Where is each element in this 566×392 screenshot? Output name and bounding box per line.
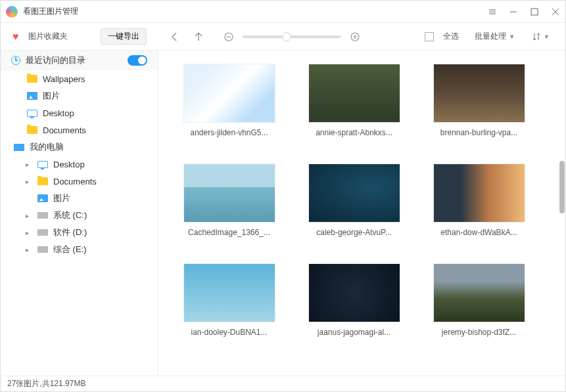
folder-icon <box>27 75 37 83</box>
drive-icon <box>37 229 48 236</box>
sidebar-item-desktop2[interactable]: ▸Desktop <box>1 156 158 173</box>
select-all-checkbox[interactable] <box>425 32 434 41</box>
thumbnail-grid: anders-jilden-vhnG5... annie-spratt-Abnk… <box>158 51 565 376</box>
zoom-handle[interactable] <box>282 32 291 41</box>
back-button[interactable] <box>166 28 183 45</box>
zoom-slider[interactable] <box>243 35 341 38</box>
thumbnail-item[interactable]: anders-jilden-vhnG5... <box>178 64 280 137</box>
expand-icon[interactable]: ▸ <box>26 246 32 253</box>
thumbnail-image <box>308 163 400 223</box>
sidebar-item-drive-e[interactable]: ▸综合 (E:) <box>1 241 158 258</box>
thumbnail-image <box>433 64 525 123</box>
heart-icon: ♥ <box>12 31 19 43</box>
folder-icon <box>37 177 48 185</box>
thumbnail-item[interactable]: annie-spratt-Abnkxs... <box>303 64 405 137</box>
thumbnail-label: jaanus-jagomagi-al... <box>318 328 390 337</box>
scrollbar[interactable] <box>559 161 565 213</box>
thumbnail-label: ethan-dow-dWaBkA... <box>440 228 517 237</box>
thumbnail-item[interactable]: ian-dooley-DuBNA1... <box>178 263 280 337</box>
sidebar: 最近访问的目录 Wallpapers 图片 Desktop Documents … <box>1 51 158 376</box>
computer-section[interactable]: 我的电脑 <box>1 139 158 156</box>
monitor-icon <box>27 110 37 117</box>
picture-icon <box>27 92 37 100</box>
favorites-label[interactable]: 图片收藏夹 <box>28 31 68 42</box>
titlebar: 看图王图片管理 <box>1 1 565 23</box>
thumbnail-label: ian-dooley-DuBNA1... <box>191 328 267 337</box>
thumbnail-item[interactable]: ethan-dow-dWaBkA... <box>428 163 530 237</box>
export-button[interactable]: 一键导出 <box>101 28 147 45</box>
sidebar-item-drive-d[interactable]: ▸软件 (D:) <box>1 224 158 241</box>
picture-icon <box>37 194 48 202</box>
monitor-icon <box>37 161 48 168</box>
clock-icon <box>11 56 20 65</box>
minimize-button[interactable] <box>509 7 518 16</box>
thumbnail-image <box>183 64 275 123</box>
thumbnail-item[interactable]: jeremy-bishop-d3fZ... <box>428 263 530 337</box>
sidebar-item-pictures2[interactable]: ▸图片 <box>1 190 158 207</box>
sidebar-item-documents2[interactable]: ▸Documents <box>1 173 158 190</box>
thumbnail-item[interactable]: brennan-burling-vpa... <box>428 64 530 137</box>
thumbnail-label: jeremy-bishop-d3fZ... <box>442 328 516 337</box>
expand-icon[interactable]: ▸ <box>26 212 32 219</box>
sidebar-item-pictures[interactable]: 图片 <box>1 87 158 104</box>
sidebar-item-desktop[interactable]: Desktop <box>1 104 158 121</box>
thumbnail-image <box>433 263 525 322</box>
close-button[interactable] <box>551 7 560 16</box>
thumbnail-image <box>308 64 400 123</box>
drive-icon <box>37 246 48 253</box>
computer-icon <box>14 144 24 151</box>
sidebar-item-wallpapers[interactable]: Wallpapers <box>1 70 158 87</box>
thumbnail-item[interactable]: jaanus-jagomagi-al... <box>303 263 405 337</box>
thumbnail-label: annie-spratt-Abnkxs... <box>316 128 392 137</box>
window-title: 看图王图片管理 <box>23 6 488 17</box>
thumbnail-label: CachedImage_1366_... <box>188 228 270 237</box>
zoom-out-button[interactable] <box>220 28 237 45</box>
expand-icon[interactable]: ▸ <box>26 161 32 168</box>
sidebar-item-drive-c[interactable]: ▸系统 (C:) <box>1 207 158 224</box>
app-icon <box>6 6 18 18</box>
thumbnail-item[interactable]: caleb-george-AtvuP... <box>303 163 405 237</box>
thumbnail-label: anders-jilden-vhnG5... <box>190 128 268 137</box>
toolbar: ♥ 图片收藏夹 一键导出 全选 批量处理▼ ▼ <box>1 23 565 51</box>
thumbnail-item[interactable]: CachedImage_1366_... <box>178 163 280 237</box>
sidebar-item-documents[interactable]: Documents <box>1 121 158 139</box>
drive-icon <box>37 212 48 219</box>
thumbnail-image <box>183 263 275 322</box>
thumbnail-label: brennan-burling-vpa... <box>440 128 517 137</box>
recent-toggle[interactable] <box>128 55 147 66</box>
thumbnail-image <box>183 163 275 223</box>
sort-menu[interactable]: ▼ <box>532 32 550 41</box>
svg-rect-0 <box>531 9 538 15</box>
thumbnail-image <box>433 163 525 223</box>
recent-section: 最近访问的目录 <box>1 51 158 70</box>
thumbnail-image <box>308 263 400 322</box>
batch-menu[interactable]: 批量处理▼ <box>475 31 515 42</box>
folder-icon <box>27 126 37 134</box>
up-button[interactable] <box>190 28 207 45</box>
expand-icon[interactable]: ▸ <box>26 229 32 236</box>
zoom-in-button[interactable] <box>346 28 364 45</box>
menu-button[interactable] <box>488 7 497 16</box>
status-text: 27张图片,共121.97MB <box>7 378 85 389</box>
select-all-label: 全选 <box>443 31 459 42</box>
maximize-button[interactable] <box>530 7 539 16</box>
statusbar: 27张图片,共121.97MB <box>1 376 565 391</box>
recent-label: 最近访问的目录 <box>26 54 85 66</box>
expand-icon[interactable]: ▸ <box>26 178 32 185</box>
thumbnail-label: caleb-george-AtvuP... <box>316 228 392 237</box>
